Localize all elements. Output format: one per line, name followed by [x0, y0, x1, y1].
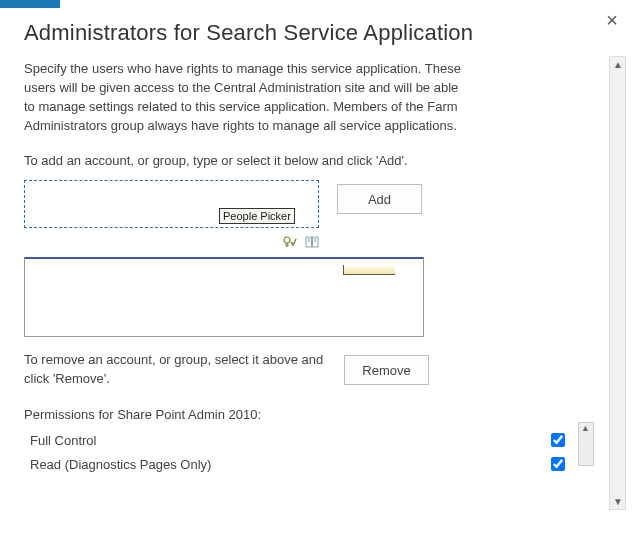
dialog-description: Specify the users who have rights to man…: [24, 60, 464, 135]
accent-bar: [0, 0, 60, 8]
administrators-listbox[interactable]: [24, 257, 424, 337]
permission-row: Full Control: [24, 428, 572, 452]
permissions-scrollbar[interactable]: ▲: [578, 422, 594, 466]
remove-hint: To remove an account, or group, select i…: [24, 351, 324, 389]
permission-label: Full Control: [30, 433, 96, 448]
permission-row: Read (Diagnostics Pages Only): [24, 452, 572, 476]
dialog-title: Administrators for Search Service Applic…: [24, 20, 594, 46]
browse-icon[interactable]: [305, 235, 319, 251]
dialog-scrollbar[interactable]: ▲ ▼: [609, 56, 626, 510]
check-names-icon[interactable]: [283, 235, 297, 251]
people-picker-input[interactable]: [24, 180, 319, 228]
svg-point-0: [284, 237, 290, 243]
permissions-list: Full Control Read (Diagnostics Pages Onl…: [24, 428, 572, 476]
add-hint: To add an account, or group, type or sel…: [24, 153, 594, 168]
scroll-up-icon[interactable]: ▲: [613, 59, 623, 70]
listbox-artifact: [343, 265, 395, 275]
scroll-up-icon[interactable]: ▲: [581, 423, 590, 433]
permission-checkbox[interactable]: [551, 457, 565, 471]
permission-label: Read (Diagnostics Pages Only): [30, 457, 211, 472]
permission-checkbox[interactable]: [551, 433, 565, 447]
picker-icons: [24, 235, 319, 251]
permissions-label: Permissions for Share Point Admin 2010:: [24, 407, 594, 422]
add-button[interactable]: Add: [337, 184, 422, 214]
dialog-content: Administrators for Search Service Applic…: [24, 20, 594, 520]
close-icon[interactable]: ×: [606, 10, 618, 30]
scroll-down-icon[interactable]: ▼: [613, 496, 623, 507]
remove-button[interactable]: Remove: [344, 355, 429, 385]
